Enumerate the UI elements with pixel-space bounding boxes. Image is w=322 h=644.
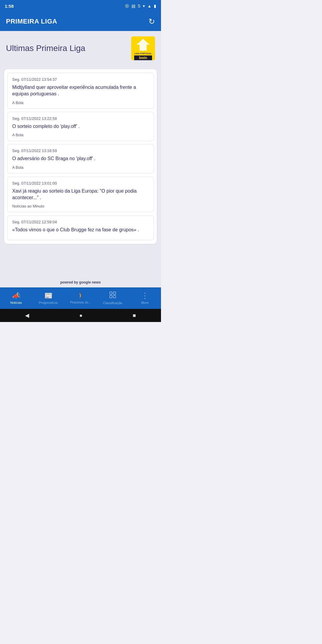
- news-item-2[interactable]: Seg. 07/11/2022 13:18:59O adversário do …: [7, 144, 154, 173]
- proximos-label: Proximos Jo...: [70, 301, 91, 304]
- news-card-container: Seg. 07/11/2022 13:54:37Midtjylland quer…: [4, 69, 157, 244]
- location-dot-icon: ⦿: [125, 4, 129, 8]
- liga-logo-svg: LIGA PORTUGAL bwin: [134, 36, 152, 60]
- status-bar: 1:58 ⦿ ▤ S ▾ ▲ ▮: [0, 0, 161, 12]
- prognosticos-label: Prognosticos: [39, 301, 58, 304]
- proximos-icon: 🚶: [77, 292, 84, 299]
- svg-rect-7: [113, 292, 116, 294]
- prognosticos-icon: 📰: [44, 292, 52, 300]
- svg-text:LIGA PORTUGAL: LIGA PORTUGAL: [134, 52, 152, 55]
- nav-item-proximos[interactable]: 🚶 Proximos Jo...: [64, 287, 97, 309]
- noticias-icon: 📣: [12, 292, 20, 300]
- news-item-0[interactable]: Seg. 07/11/2022 13:54:37Midtjylland quer…: [7, 73, 154, 109]
- refresh-icon[interactable]: ↻: [148, 17, 155, 26]
- news-timestamp-3: Seg. 07/11/2022 13:01:00: [12, 181, 149, 185]
- news-timestamp-2: Seg. 07/11/2022 13:18:59: [12, 148, 149, 153]
- page-header: Ultimas Primeira Liga LIGA PORTUGAL bwin: [0, 31, 161, 64]
- news-timestamp-1: Seg. 07/11/2022 13:22:58: [12, 116, 149, 121]
- battery-icon: ▮: [154, 4, 156, 8]
- more-label: More: [141, 301, 148, 304]
- news-source-0: A Bola: [12, 100, 149, 105]
- liga-logo: LIGA PORTUGAL bwin: [131, 36, 155, 60]
- nav-item-more[interactable]: ⋮ More: [129, 287, 161, 309]
- news-item-3[interactable]: Seg. 07/11/2022 13:01:00Xavi já reagiu a…: [7, 177, 154, 213]
- signal-icon: ▲: [147, 4, 151, 8]
- news-title-2: O adversário do SC Braga no 'play.off' .: [12, 155, 149, 162]
- news-source-1: A Bola: [12, 133, 149, 137]
- shield-icon: S: [138, 4, 140, 8]
- nav-item-prognosticos[interactable]: 📰 Prognosticos: [32, 287, 64, 309]
- status-icons: ⦿ ▤ S ▾ ▲ ▮: [125, 4, 156, 8]
- home-button[interactable]: ●: [79, 312, 83, 319]
- nav-item-noticias[interactable]: 📣 Noticias: [0, 287, 32, 309]
- svg-rect-8: [110, 295, 112, 298]
- status-time: 1:58: [5, 4, 14, 9]
- news-title-0: Midtjylland quer aproveitar experiência …: [12, 84, 149, 97]
- news-item-4[interactable]: Seg. 07/11/2022 12:59:04«Todos vimos o q…: [7, 215, 154, 240]
- news-title-3: Xavi já reagiu ao sorteio da Liga Europa…: [12, 188, 149, 201]
- wifi-icon: ▾: [143, 4, 145, 8]
- content-area: Seg. 07/11/2022 13:54:37Midtjylland quer…: [0, 64, 161, 277]
- news-title-4: «Todos vimos o que o Club Brugge fez na …: [12, 227, 149, 233]
- bottom-nav: 📣 Noticias 📰 Prognosticos 🚶 Proximos Jo.…: [0, 287, 161, 309]
- news-source-2: A Bola: [12, 165, 149, 170]
- news-item-1[interactable]: Seg. 07/11/2022 13:22:58O sorteio comple…: [7, 112, 154, 141]
- app-bar: PRIMEIRA LIGA ↻: [0, 12, 161, 31]
- classificacao-label: Classificação: [103, 301, 123, 305]
- page-title: Ultimas Primeira Liga: [6, 44, 85, 53]
- svg-rect-9: [113, 295, 116, 298]
- sd-card-icon: ▤: [131, 4, 135, 8]
- back-button[interactable]: ◀: [25, 312, 29, 319]
- powered-by: powred by google news: [0, 277, 161, 287]
- recent-button[interactable]: ■: [133, 312, 136, 319]
- noticias-label: Noticias: [10, 301, 22, 304]
- svg-rect-6: [110, 292, 112, 294]
- system-nav: ◀ ● ■: [0, 309, 161, 322]
- app-title: PRIMEIRA LIGA: [6, 18, 57, 25]
- news-timestamp-4: Seg. 07/11/2022 12:59:04: [12, 220, 149, 224]
- news-list: Seg. 07/11/2022 13:54:37Midtjylland quer…: [7, 73, 154, 240]
- news-timestamp-0: Seg. 07/11/2022 13:54:37: [12, 77, 149, 82]
- news-source-3: Notícias ao Minuto: [12, 204, 149, 208]
- classificacao-icon: [109, 292, 116, 300]
- svg-text:bwin: bwin: [139, 56, 147, 60]
- more-icon: ⋮: [141, 292, 149, 300]
- news-title-1: O sorteio completo do 'play.off' .: [12, 123, 149, 130]
- nav-item-classificacao[interactable]: Classificação: [97, 287, 129, 309]
